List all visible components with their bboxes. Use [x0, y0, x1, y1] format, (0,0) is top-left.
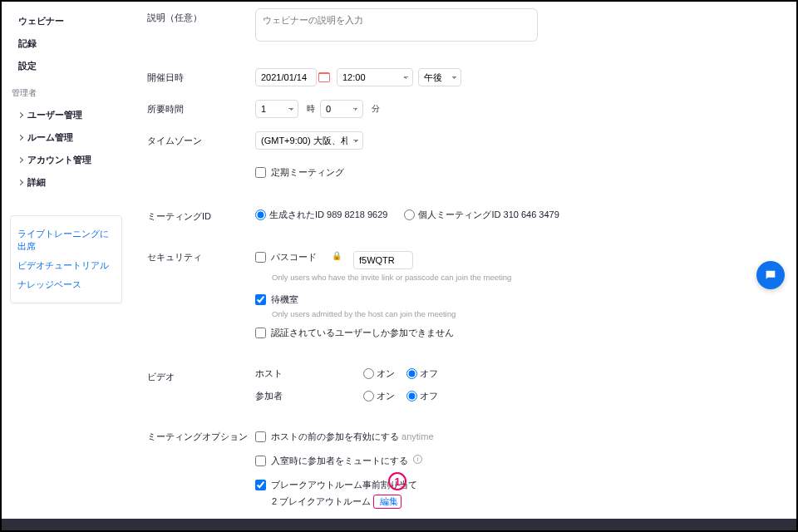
label-timezone: タイムゾーン — [147, 131, 255, 150]
waiting-room-label: 待機室 — [271, 293, 298, 306]
annotation-callout-1: 1 — [388, 472, 406, 490]
join-before-host-label: ホストの前の参加を有効にする — [271, 431, 399, 441]
recurring-label: 定期ミーティング — [271, 166, 344, 179]
time-select[interactable]: 12:00 — [337, 68, 413, 86]
label-video: ビデオ — [147, 367, 255, 402]
nav-advanced[interactable]: 詳細 — [2, 171, 131, 194]
sidebar-admin-header: 管理者 — [2, 79, 131, 102]
meeting-id-generated-label: 生成されたID 989 8218 9629 — [269, 209, 387, 221]
main-form: 説明（任意） 開催日時 12:00 午後 所要時間 1 — [131, 2, 796, 530]
mute-on-entry-checkbox[interactable] — [255, 456, 266, 466]
chevron-right-icon — [17, 112, 23, 118]
description-input[interactable] — [255, 8, 538, 42]
nav-user-mgmt[interactable]: ユーザー管理 — [2, 104, 131, 126]
passcode-input[interactable] — [353, 251, 413, 269]
help-knowledge-base[interactable]: ナレッジベース — [17, 275, 115, 294]
nav-account-mgmt[interactable]: アカウント管理 — [2, 149, 131, 171]
label-description: 説明（任意） — [147, 8, 255, 43]
duration-hours[interactable]: 1 — [255, 100, 298, 118]
passcode-label: パスコード — [271, 251, 317, 264]
video-participant-off[interactable] — [406, 391, 417, 401]
label-date: 開催日時 — [147, 68, 255, 86]
minutes-unit: 分 — [372, 103, 380, 115]
recurring-checkbox[interactable] — [255, 167, 266, 178]
breakout-preassign-checkbox[interactable] — [255, 480, 266, 490]
nav-recordings[interactable]: 記録 — [2, 32, 131, 55]
chat-icon — [764, 268, 777, 282]
join-before-host-checkbox[interactable] — [255, 431, 266, 442]
waiting-room-checkbox[interactable] — [255, 294, 266, 305]
ampm-select[interactable]: 午後 — [418, 68, 461, 86]
breakout-count-label: 2 ブレイクアウトルーム — [272, 496, 371, 506]
footer-bar — [2, 519, 796, 530]
lock-icon: 🔒 — [332, 251, 342, 260]
meeting-id-personal-label: 個人ミーティングID 310 646 3479 — [418, 209, 559, 221]
meeting-id-personal[interactable] — [404, 209, 415, 220]
help-video-tutorial[interactable]: ビデオチュートリアル — [17, 256, 115, 275]
label-meeting-id: ミーティングID — [147, 207, 255, 223]
label-security: セキュリティ — [147, 248, 255, 342]
help-live-training[interactable]: ライブトレーニングに出席 — [17, 224, 115, 256]
chevron-right-icon — [17, 180, 23, 185]
sidebar: ウェビナー 記録 設定 管理者 ユーザー管理 ルーム管理 アカウント管理 詳細 … — [2, 2, 131, 530]
meeting-id-generated[interactable] — [255, 209, 266, 220]
info-icon[interactable]: i — [413, 455, 422, 464]
passcode-hint: Only users who have the invite link or p… — [272, 273, 763, 282]
join-before-host-suffix: anytime — [401, 431, 434, 441]
video-host-on[interactable] — [363, 368, 374, 379]
help-card: ライブトレーニングに出席 ビデオチュートリアル ナレッジベース — [10, 215, 122, 303]
duration-minutes[interactable]: 0 — [320, 100, 363, 118]
auth-only-label: 認証されているユーザーしか参加できません — [271, 327, 454, 339]
nav-room-mgmt[interactable]: ルーム管理 — [2, 126, 131, 149]
help-fab[interactable] — [756, 261, 785, 289]
video-participant-label: 参加者 — [255, 390, 363, 402]
label-meeting-options: ミーティングオプション — [147, 427, 255, 530]
calendar-icon[interactable] — [318, 72, 330, 82]
mute-on-entry-label: 入室時に参加者をミュートにする — [271, 455, 408, 467]
video-host-label: ホスト — [255, 367, 363, 380]
chevron-right-icon — [17, 157, 23, 163]
auth-only-checkbox[interactable] — [255, 328, 266, 338]
hours-unit: 時 — [307, 103, 315, 115]
video-participant-on[interactable] — [363, 391, 374, 401]
video-host-off[interactable] — [406, 368, 417, 379]
breakout-edit-link[interactable]: 編集 — [380, 496, 398, 506]
nav-webinar[interactable]: ウェビナー — [2, 10, 131, 32]
nav-settings[interactable]: 設定 — [2, 55, 131, 77]
chevron-right-icon — [17, 135, 23, 140]
passcode-checkbox[interactable] — [255, 252, 266, 263]
timezone-select[interactable]: (GMT+9:00) 大阪、札幌、… — [255, 131, 363, 150]
label-duration: 所要時間 — [147, 100, 255, 118]
date-input[interactable] — [255, 68, 317, 86]
waiting-room-hint: Only users admitted by the host can join… — [272, 309, 763, 318]
